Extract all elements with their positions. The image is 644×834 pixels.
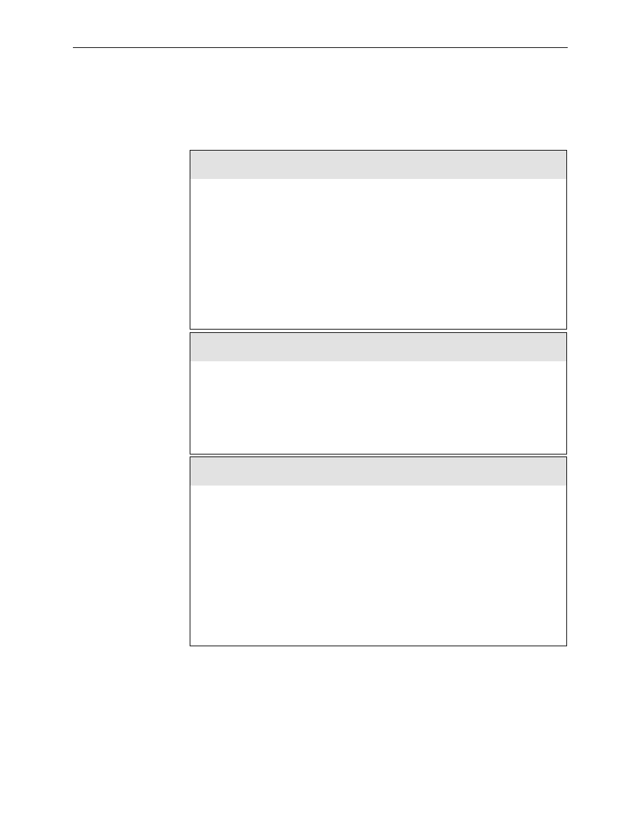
code-block-1-title xyxy=(190,151,566,179)
code-block-3-body xyxy=(190,486,566,646)
code-block-2 xyxy=(190,332,567,454)
header-rule xyxy=(73,47,568,48)
page xyxy=(0,0,644,834)
code-block-2-title xyxy=(190,333,566,361)
code-block-3 xyxy=(190,457,567,646)
code-block-3-title xyxy=(190,457,566,486)
code-block-1 xyxy=(190,150,567,330)
code-block-1-body xyxy=(190,179,566,329)
code-block-2-body xyxy=(190,361,566,454)
